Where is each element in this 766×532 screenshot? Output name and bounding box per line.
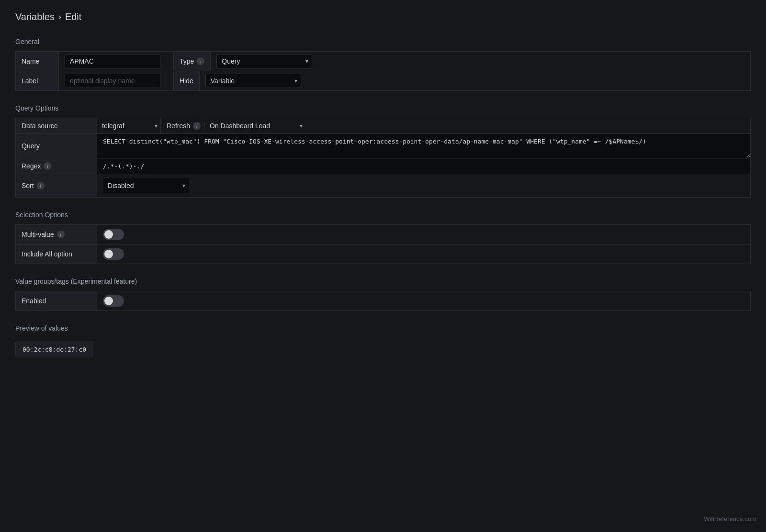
regex-input[interactable]	[97, 159, 750, 174]
type-select[interactable]: Query Custom Text box Constant Datasourc…	[216, 54, 312, 68]
breadcrumb-edit: Edit	[65, 11, 81, 22]
type-info-icon: i	[197, 57, 204, 65]
datasource-refresh-row: Data source telegraf prometheus graphite…	[16, 118, 750, 134]
preview-value: 00:2c:c8:de:27:c0	[15, 342, 93, 357]
multi-value-toggle[interactable]	[103, 229, 124, 240]
enabled-toggle[interactable]	[103, 295, 124, 307]
refresh-label-area: Refresh i	[161, 122, 205, 130]
regex-label: Regex i	[16, 158, 97, 174]
enabled-slider	[103, 295, 124, 307]
sort-row: Sort i Disabled Alphabetical (asc) Alpha…	[16, 174, 750, 197]
datasource-label: Data source	[16, 118, 97, 133]
enabled-toggle-area	[97, 291, 130, 310]
value-groups-section: Value groups/tags (Experimental feature)…	[15, 277, 751, 311]
query-value[interactable]: SELECT distinct("wtp_mac") FROM "Cisco-I…	[97, 134, 750, 158]
name-label: Name	[22, 57, 39, 65]
multi-value-toggle-area	[97, 225, 130, 244]
include-all-toggle-area	[97, 244, 130, 264]
multi-value-info-icon: i	[57, 231, 65, 238]
query-row: Query SELECT distinct("wtp_mac") FROM "C…	[16, 134, 750, 158]
type-select-wrapper[interactable]: Query Custom Text box Constant Datasourc…	[216, 54, 312, 68]
query-options-section: Query Options Data source telegraf prome…	[15, 104, 751, 198]
regex-info-icon: i	[44, 162, 51, 170]
value-groups-title: Value groups/tags (Experimental feature)	[15, 277, 751, 285]
include-all-toggle[interactable]	[103, 248, 124, 260]
sort-select[interactable]: Disabled Alphabetical (asc) Alphabetical…	[103, 178, 189, 193]
multi-value-label: Multi-value i	[16, 225, 97, 244]
sort-value[interactable]: Disabled Alphabetical (asc) Alphabetical…	[97, 174, 750, 197]
enabled-label: Enabled	[16, 291, 97, 310]
include-all-label: Include All option	[16, 244, 97, 264]
label-input[interactable]	[65, 74, 160, 88]
sort-select-wrapper[interactable]: Disabled Alphabetical (asc) Alphabetical…	[103, 178, 189, 193]
datasource-value: telegraf prometheus graphite Refresh i N…	[97, 118, 750, 133]
breadcrumb-separator: ›	[58, 12, 61, 22]
query-options-title: Query Options	[15, 104, 751, 112]
refresh-info-icon: i	[193, 122, 201, 130]
query-block: Data source telegraf prometheus graphite…	[15, 118, 751, 198]
hide-label: Hide	[180, 77, 193, 85]
value-groups-grid: Enabled	[15, 291, 751, 311]
include-all-slider	[103, 248, 124, 260]
general-title: General	[15, 38, 751, 45]
selection-grid: Multi-value i Include All option	[15, 224, 751, 264]
regex-value[interactable]	[97, 158, 750, 174]
datasource-select[interactable]: telegraf prometheus graphite	[97, 118, 151, 133]
refresh-label-text: Refresh	[167, 122, 190, 130]
preview-title: Preview of values	[15, 324, 751, 332]
preview-section: Preview of values 00:2c:c8:de:27:c0	[15, 324, 751, 357]
hide-select[interactable]: Label Variable	[205, 74, 301, 88]
hide-select-wrapper[interactable]: Label Variable	[205, 74, 301, 88]
query-label: Query	[16, 134, 97, 158]
multi-value-slider	[103, 229, 124, 240]
datasource-select-wrapper[interactable]: telegraf prometheus graphite	[97, 118, 161, 133]
general-section: General Name Type i Query Custom Text bo…	[15, 38, 751, 91]
sort-label: Sort i	[16, 174, 97, 197]
page-header: Variables › Edit	[15, 11, 751, 22]
selection-title: Selection Options	[15, 211, 751, 219]
sort-info-icon: i	[37, 182, 45, 189]
include-all-row: Include All option	[16, 244, 750, 264]
enabled-row: Enabled	[16, 291, 750, 310]
name-input[interactable]	[65, 54, 160, 68]
label-label: Label	[22, 77, 38, 85]
breadcrumb-variables[interactable]: Variables	[15, 11, 55, 22]
watermark: WifiReference.com	[704, 515, 756, 522]
refresh-select[interactable]: Never On Dashboard Load On Time Range Ch…	[205, 118, 296, 133]
selection-options-section: Selection Options Multi-value i Include …	[15, 211, 751, 264]
type-label: Type	[180, 57, 194, 65]
refresh-select-wrapper[interactable]: Never On Dashboard Load On Time Range Ch…	[205, 118, 305, 133]
regex-row: Regex i	[16, 158, 750, 174]
multi-value-row: Multi-value i	[16, 225, 750, 244]
query-textarea[interactable]: SELECT distinct("wtp_mac") FROM "Cisco-I…	[97, 134, 750, 158]
